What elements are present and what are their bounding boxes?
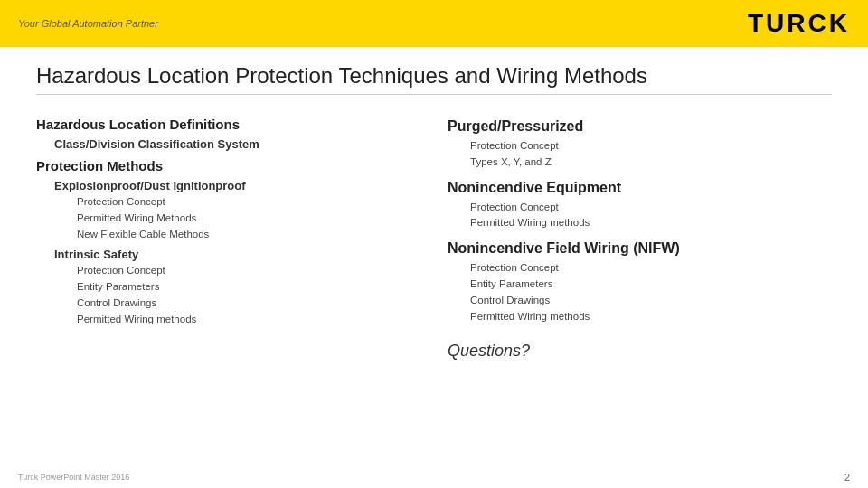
questions-text: Questions?: [448, 342, 832, 361]
right-column: Purged/Pressurized Protection Concept Ty…: [448, 109, 832, 361]
columns: Hazardous Location Definitions Class/Div…: [36, 109, 832, 361]
item-nifw-protection-concept: Protection Concept: [470, 260, 832, 277]
item-ne-permitted-wiring: Permitted Wiring methods: [470, 215, 832, 231]
top-bar: Your Global Automation Partner TURCK: [0, 0, 868, 47]
tagline: Your Global Automation Partner: [18, 18, 158, 29]
item-ep-permitted-wiring: Permitted Wiring Methods: [77, 211, 420, 227]
footer: Turck PowerPoint Master 2016 2: [18, 472, 850, 483]
content-area: Hazardous Location Protection Techniques…: [0, 47, 868, 370]
item-purged-types: Types X, Y, and Z: [470, 155, 832, 171]
footer-copyright: Turck PowerPoint Master 2016: [18, 473, 129, 482]
item-nifw-permitted-wiring: Permitted Wiring methods: [470, 309, 832, 325]
section-purged: Purged/Pressurized: [448, 118, 832, 135]
item-ep-new-flexible: New Flexible Cable Methods: [77, 227, 420, 243]
subsection-explosionproof: Explosionproof/Dust Ignitionproof: [54, 179, 420, 192]
item-is-entity-parameters: Entity Parameters: [77, 279, 420, 296]
section-nonincendive-equipment: Nonincendive Equipment: [448, 180, 832, 196]
subsection-intrinsic-safety: Intrinsic Safety: [54, 248, 420, 261]
item-nifw-entity-parameters: Entity Parameters: [470, 277, 832, 293]
item-is-protection-concept: Protection Concept: [77, 263, 420, 279]
item-is-control-drawings: Control Drawings: [77, 296, 420, 312]
item-nifw-control-drawings: Control Drawings: [470, 293, 832, 309]
footer-page-number: 2: [844, 472, 850, 483]
subsection-class-division: Class/Division Classification System: [54, 137, 420, 151]
item-is-permitted-wiring: Permitted Wiring methods: [77, 312, 420, 328]
section-nifw: Nonincendive Field Wiring (NIFW): [448, 240, 832, 257]
item-ep-protection-concept: Protection Concept: [77, 194, 420, 211]
left-column: Hazardous Location Definitions Class/Div…: [36, 109, 420, 361]
section-hazardous-definitions: Hazardous Location Definitions: [36, 117, 420, 132]
turck-logo: TURCK: [748, 9, 850, 38]
item-ne-protection-concept: Protection Concept: [470, 200, 832, 216]
main-title: Hazardous Location Protection Techniques…: [36, 63, 832, 95]
section-protection-methods: Protection Methods: [36, 158, 420, 174]
item-purged-protection-concept: Protection Concept: [470, 138, 832, 155]
slide: Your Global Automation Partner TURCK Haz…: [0, 0, 868, 488]
